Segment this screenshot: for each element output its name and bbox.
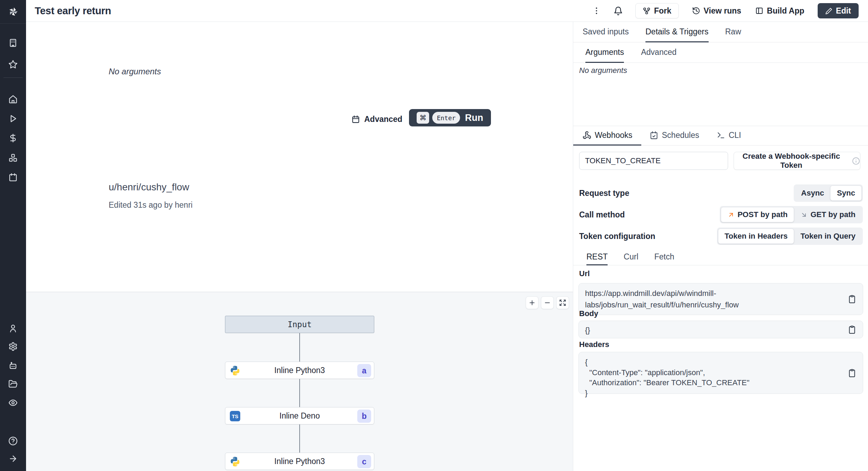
token-config-label: Token configuration <box>579 232 655 241</box>
play-icon[interactable] <box>0 112 26 125</box>
node-label: Inline Python3 <box>274 457 325 466</box>
pencil-icon <box>825 7 833 15</box>
node-badge: b <box>357 410 371 423</box>
token-input[interactable] <box>579 152 728 170</box>
tab-arguments[interactable]: Arguments <box>585 42 624 63</box>
webhooks-active-underline <box>573 144 641 146</box>
info-icon <box>852 157 860 165</box>
build-app-label: Build App <box>767 6 804 16</box>
gear-icon[interactable] <box>0 340 26 353</box>
zoom-in-button[interactable] <box>526 296 539 309</box>
tab-curl[interactable]: Curl <box>624 249 638 265</box>
snippet-tab-bar: REST Curl Fetch <box>573 249 868 265</box>
flow-edge <box>299 424 300 453</box>
get-by-path-label: GET by path <box>810 210 856 219</box>
star-icon[interactable] <box>0 58 26 71</box>
tab-details-triggers[interactable]: Details & Triggers <box>645 22 709 42</box>
eye-icon[interactable] <box>0 396 26 409</box>
get-by-path-option[interactable]: GET by path <box>794 207 862 222</box>
enter-key-chip: Enter <box>432 112 460 124</box>
folder-open-icon[interactable] <box>0 377 26 390</box>
sidebar <box>0 0 26 471</box>
edit-button[interactable]: Edit <box>818 3 859 18</box>
tab-webhooks[interactable]: Webhooks <box>583 126 632 146</box>
sync-option[interactable]: Sync <box>830 185 862 201</box>
copy-url-button[interactable] <box>848 295 857 304</box>
flow-input-node[interactable]: Input <box>225 316 374 333</box>
copy-headers-button[interactable] <box>848 369 857 378</box>
calendar-icon[interactable] <box>0 171 26 184</box>
page-title: Test early return <box>35 5 111 17</box>
graph-zoom-controls <box>526 296 569 309</box>
flow-node-c[interactable]: Inline Python3 c <box>225 453 374 470</box>
arrow-right-icon[interactable] <box>0 452 26 465</box>
cmd-key-chip: ⌘ <box>417 112 429 124</box>
no-arguments-text: No arguments <box>109 67 161 76</box>
body-box: {} <box>578 321 863 338</box>
flow-graph-canvas[interactable]: Input Inline Python3 a TS Inline Deno b … <box>26 292 573 471</box>
calendar-check-icon <box>650 131 658 140</box>
view-runs-button[interactable]: View runs <box>691 3 742 18</box>
flow-edge <box>299 379 300 407</box>
flow-node-a[interactable]: Inline Python3 a <box>225 362 374 379</box>
tab-fetch[interactable]: Fetch <box>654 249 675 265</box>
flow-node-b[interactable]: TS Inline Deno b <box>225 407 374 424</box>
post-by-path-label: POST by path <box>737 210 787 219</box>
kebab-menu-icon[interactable] <box>592 6 601 15</box>
view-runs-label: View runs <box>704 6 741 16</box>
fork-button-label: Fork <box>654 6 671 16</box>
bell-icon[interactable] <box>614 6 623 16</box>
edited-info: Edited 31s ago by henri <box>109 200 193 210</box>
token-config-row: Token configuration Token in Headers Tok… <box>579 227 863 245</box>
home-icon[interactable] <box>0 92 26 106</box>
tab-cli-label: CLI <box>729 131 741 140</box>
tab-cli[interactable]: CLI <box>717 126 741 146</box>
robot-icon[interactable] <box>0 359 26 372</box>
help-circle-icon[interactable] <box>0 434 26 447</box>
tab-saved-inputs[interactable]: Saved inputs <box>583 22 629 42</box>
tab-rest[interactable]: REST <box>586 249 608 265</box>
windmill-logo[interactable] <box>0 0 26 24</box>
sidebar-divider <box>3 77 23 78</box>
terminal-icon <box>717 131 725 140</box>
topbar: Test early return Fork View runs <box>26 0 868 22</box>
async-option[interactable]: Async <box>795 185 830 201</box>
building-icon[interactable] <box>0 36 26 49</box>
node-badge: a <box>357 364 371 377</box>
fork-button[interactable]: Fork <box>635 3 679 18</box>
details-tab-bar: Saved inputs Details & Triggers Raw <box>573 22 868 42</box>
call-method-label: Call method <box>579 210 625 220</box>
arrow-up-right-icon <box>727 211 735 218</box>
node-label: Inline Deno <box>279 411 320 421</box>
panel-no-arguments-text: No arguments <box>579 66 627 75</box>
advanced-label: Advanced <box>364 115 402 124</box>
tab-advanced[interactable]: Advanced <box>641 42 676 63</box>
advanced-button[interactable]: Advanced <box>351 111 402 127</box>
history-icon <box>692 7 700 15</box>
boxes-icon[interactable] <box>0 151 26 164</box>
body-value: {} <box>585 324 835 336</box>
build-app-button[interactable]: Build App <box>754 3 805 18</box>
flow-edge <box>299 333 300 362</box>
token-in-query-option[interactable]: Token in Query <box>794 229 862 244</box>
edit-button-label: Edit <box>836 6 851 16</box>
headers-value: { "Content-Type": "application/json", "A… <box>585 357 835 398</box>
body-label: Body <box>579 309 598 318</box>
token-config-toggle: Token in Headers Token in Query <box>717 228 863 245</box>
expand-button[interactable] <box>556 296 569 309</box>
copy-body-button[interactable] <box>848 325 857 334</box>
run-button[interactable]: ⌘ Enter Run <box>409 109 491 126</box>
request-type-toggle: Async Sync <box>794 184 863 202</box>
webhook-icon <box>583 131 591 140</box>
user-icon[interactable] <box>0 322 26 335</box>
tab-schedules[interactable]: Schedules <box>650 126 699 146</box>
panel-icon <box>755 7 763 15</box>
zoom-out-button[interactable] <box>541 296 554 309</box>
windmill-flow-page: Test early return Fork View runs <box>0 0 868 471</box>
dollar-icon[interactable] <box>0 131 26 144</box>
post-by-path-option[interactable]: POST by path <box>721 207 794 222</box>
token-in-headers-option[interactable]: Token in Headers <box>718 229 794 244</box>
call-method-row: Call method POST by path GET by path <box>579 206 863 224</box>
tab-raw[interactable]: Raw <box>725 22 741 42</box>
create-webhook-token-button[interactable]: Create a Webhook-specific Token <box>734 152 860 170</box>
